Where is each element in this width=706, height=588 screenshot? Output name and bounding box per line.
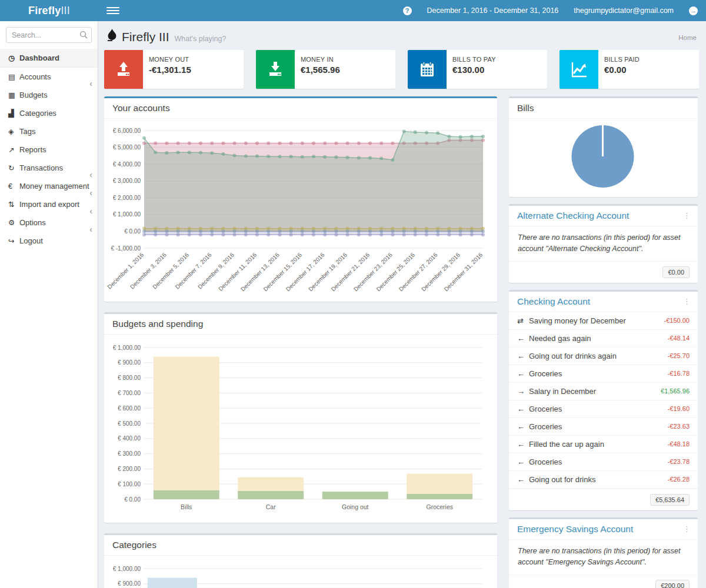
reports-icon: ↗ [8,145,19,154]
page-subtitle: What's playing? [175,35,227,43]
bills-pie-chart[interactable] [518,123,688,189]
transaction-description: Going out for drinks again [529,352,617,360]
transaction-amount: -€150.00 [664,317,690,324]
transaction-row[interactable]: ←Filled the car up again-€48.18 [509,436,698,453]
sidebar-item-reports[interactable]: ↗Reports [0,141,98,159]
transaction-description: Groceries [529,369,562,378]
sidebar-item-logout[interactable]: ↪Logout [0,232,98,250]
sidebar-item-label: Reports [19,145,46,154]
categories-bar-chart[interactable]: € 1,000.00€ 900.00€ 800.00€ 700.00€ 600.… [105,560,488,588]
transaction-row[interactable]: →Salary in December€1,565.96 [509,383,698,400]
hamburger-menu-icon[interactable] [106,5,119,16]
transaction-description: Salary in December [529,387,596,396]
svg-text:€ 200.00: € 200.00 [118,466,141,472]
sidebar-item-label: Transactions [19,163,63,172]
transaction-row[interactable]: ←Groceries-€19.60 [509,400,698,418]
svg-text:€ 2,000.00: € 2,000.00 [113,195,141,201]
budgets-bar-chart[interactable]: € 1,000.00€ 900.00€ 800.00€ 700.00€ 600.… [105,339,488,519]
deposit-arrow-icon: → [517,387,529,396]
sidebar-item-import-and-export[interactable]: ⇅Import and export‹ [0,195,98,213]
empty-transactions-note: There are no transactions (in this perio… [518,232,689,255]
chart-line-icon [560,50,598,89]
transaction-list: ⇄Saving money for December-€150.00←Neede… [509,312,698,489]
transaction-row[interactable]: ←Groceries-€16.78 [509,365,698,383]
withdrawal-arrow-icon: ← [517,457,529,466]
account-balance-badge: €200.00 [655,580,690,588]
flame-icon [107,29,117,43]
svg-text:December 15, 2016: December 15, 2016 [262,251,303,292]
transaction-row[interactable]: ←Groceries-€23.63 [509,418,698,436]
sidebar-item-label: Logout [19,236,43,245]
sidebar-item-budgets[interactable]: ▦Budgets [0,86,98,104]
account-balance-badge: €0.00 [662,266,690,278]
sidebar-item-label: Import and export [19,200,79,209]
svg-text:December 29, 2016: December 29, 2016 [420,251,461,292]
sidebar-item-accounts[interactable]: ▤Accounts‹ [0,68,98,86]
alternate-checking-title[interactable]: Alternate Checking Account [517,211,629,220]
svg-text:December 1, 2016: December 1, 2016 [106,251,145,290]
sidebar-item-dashboard[interactable]: ◷Dashboard [0,49,98,68]
transaction-row[interactable]: ←Needed gas again-€48.14 [509,330,698,348]
left-column: Your accounts € 6,000.00€ 5,000.00€ 4,00… [104,96,497,588]
emergency-savings-panel: Emergency Savings Account ⋮ There are no… [509,517,698,588]
svg-text:€ 300.00: € 300.00 [118,450,141,457]
svg-text:December 21, 2016: December 21, 2016 [330,251,371,292]
checking-account-title[interactable]: Checking Account [517,296,590,306]
svg-text:€ 4,000.00: € 4,000.00 [113,161,141,168]
breadcrumb[interactable]: Home [678,34,697,41]
date-range[interactable]: December 1, 2016 - December 31, 2016 [427,6,559,15]
accounts-icon: ▤ [8,72,19,81]
sidebar-item-money-management[interactable]: €Money management‹ [0,177,98,195]
svg-text:December 31, 2016: December 31, 2016 [443,251,484,292]
categories-panel: Categories € 1,000.00€ 900.00€ 800.00€ 7… [104,533,497,588]
accounts-line-chart[interactable]: € 6,000.00€ 5,000.00€ 4,000.00€ 3,000.00… [105,123,488,298]
bills-panel: Bills [509,96,698,197]
content-header: Firefly III What's playing? Home [104,25,699,50]
sidebar-item-options[interactable]: ⚙Options‹ [0,213,98,232]
budgets-title: Budgets and spending [112,319,203,329]
transaction-row[interactable]: ←Going out for drinks-€26.28 [509,471,698,489]
sidebar-item-tags[interactable]: ◈Tags [0,122,98,141]
transaction-row[interactable]: ←Going out for drinks again-€25.70 [509,348,698,365]
sidebar-item-categories[interactable]: ▟Categories [0,104,98,122]
transaction-amount: -€16.78 [668,370,690,377]
svg-text:December 17, 2016: December 17, 2016 [285,251,326,292]
svg-text:December 13, 2016: December 13, 2016 [239,251,281,292]
your-accounts-panel: Your accounts € 6,000.00€ 5,000.00€ 4,00… [104,96,497,302]
transaction-description: Needed gas again [529,334,591,343]
top-navbar: FireflyIII ? December 1, 2016 - December… [0,0,706,21]
panel-menu-icon[interactable]: ⋮ [683,524,691,533]
categories-title: Categories [112,540,156,550]
svg-text:€ 100.00: € 100.00 [118,481,141,487]
transaction-amount: -€19.60 [668,405,690,412]
user-email[interactable]: thegrumpydictator@gmail.com [574,6,674,15]
transaction-description: Filled the car up again [529,440,604,449]
panel-menu-icon[interactable]: ⋮ [683,297,691,306]
svg-text:€ 400.00: € 400.00 [118,435,141,442]
transaction-row[interactable]: ←Groceries-€23.78 [509,453,698,471]
panel-menu-icon[interactable]: ⋮ [683,211,691,220]
app-logo[interactable]: FireflyIII [0,0,98,21]
logo-bold: Firefly [28,5,61,17]
transaction-description: Groceries [529,457,562,466]
svg-text:December 23, 2016: December 23, 2016 [352,251,394,292]
alternate-checking-panel: Alternate Checking Account ⋮ There are n… [509,204,698,283]
power-icon[interactable]: → [689,6,698,15]
emergency-savings-title[interactable]: Emergency Savings Account [517,524,633,534]
info-box-money-out: MONEY OUT-€1,301.15 [104,50,244,89]
info-box-value: €1,565.96 [301,65,340,75]
transfer-arrow-icon: ⇄ [517,316,529,325]
checking-account-panel: Checking Account ⋮ ⇄Saving money for Dec… [509,290,698,510]
sidebar-item-transactions[interactable]: ↻Transactions‹ [0,159,98,177]
transaction-row[interactable]: ⇄Saving money for December-€150.00 [509,312,698,330]
info-box-value: -€1,301.15 [149,65,191,75]
info-box-value: €0.00 [604,65,640,75]
money-management-icon: € [8,182,19,191]
svg-text:€ 600.00: € 600.00 [118,405,141,412]
help-icon[interactable]: ? [403,6,412,15]
withdrawal-arrow-icon: ← [517,334,529,343]
svg-text:€ 1,000.00: € 1,000.00 [113,211,141,218]
transaction-amount: -€48.14 [668,335,690,342]
search-icon[interactable] [79,31,88,41]
withdrawal-arrow-icon: ← [517,352,529,360]
